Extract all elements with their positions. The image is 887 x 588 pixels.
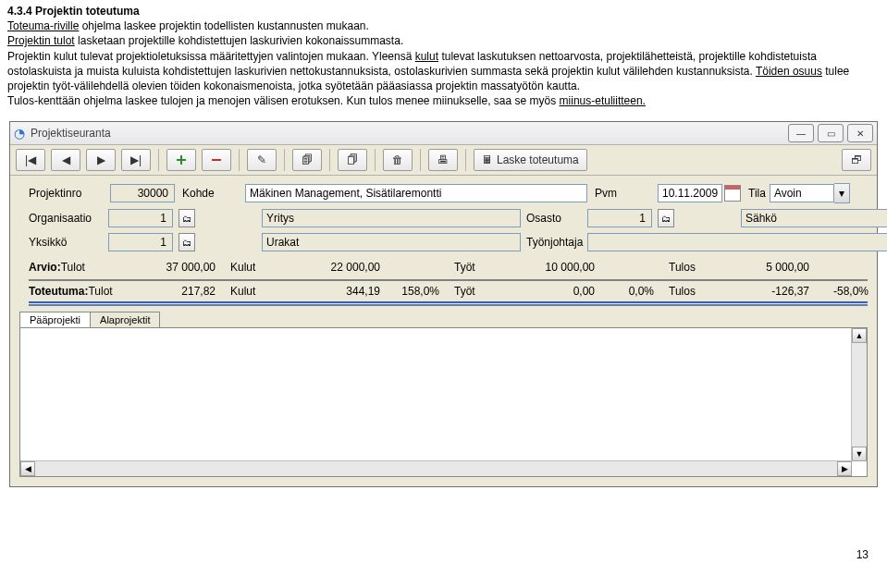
- label-kulut: Kulut: [230, 261, 295, 274]
- edit-button[interactable]: ✎: [247, 149, 277, 171]
- horizontal-scrollbar[interactable]: ◀ ▶: [20, 460, 852, 476]
- document-button[interactable]: 🗐: [292, 149, 322, 171]
- next-record-button[interactable]: ▶: [86, 149, 116, 171]
- titlebar: ◔ Projektiseuranta — ▭ ✕: [10, 122, 877, 145]
- field-yksikko-name: Urakat: [262, 233, 521, 251]
- calendar-icon[interactable]: [724, 185, 741, 202]
- field-kohde[interactable]: Mäkinen Management, Sisätilaremontti: [245, 184, 587, 202]
- lookup-organisaatio-button[interactable]: 🗂: [179, 209, 195, 227]
- arvio-kulut: 22 000,00: [299, 261, 391, 274]
- toteutuma-tyot: 0,00: [513, 285, 606, 298]
- divider-blue: [29, 301, 868, 303]
- field-osasto-id: 1: [587, 209, 652, 227]
- label-organisaatio: Organisaatio: [29, 212, 103, 225]
- arvio-tyot: 10 000,00: [513, 261, 606, 274]
- label-tila: Tila: [748, 187, 766, 200]
- first-record-button[interactable]: |◀: [16, 149, 45, 171]
- calculator-icon: 🖩: [482, 153, 493, 166]
- arvio-tulot: 37 000,00: [134, 261, 227, 274]
- scroll-up-icon[interactable]: ▲: [852, 328, 867, 343]
- label-pvm: Pvm: [595, 187, 650, 200]
- scroll-down-icon[interactable]: ▼: [852, 447, 867, 461]
- row-arvio: Arvio:Tulot 37 000,00 Kulut 22 000,00 Ty…: [29, 257, 868, 277]
- toteutuma-tulos: -126,37: [728, 285, 820, 298]
- tab-panel: ▲ ▼ ◀ ▶: [19, 327, 868, 477]
- document-text: 4.3.4 Projektin toteutuma Toteuma-rivill…: [0, 0, 887, 116]
- close-button[interactable]: ✕: [847, 124, 873, 142]
- form-area: Projektinro 30000 Kohde Mäkinen Manageme…: [10, 176, 877, 310]
- field-tyonjohtaja[interactable]: [587, 233, 887, 251]
- last-record-button[interactable]: ▶|: [121, 149, 151, 171]
- field-tila[interactable]: Avoin ▾: [770, 183, 850, 203]
- label-tyonjohtaja: Työnjohtaja: [526, 236, 582, 249]
- svg-rect-1: [177, 159, 186, 161]
- app-icon: ◔: [14, 126, 25, 141]
- scroll-right-icon[interactable]: ▶: [837, 461, 852, 476]
- toolbar-separator: [239, 149, 240, 171]
- field-yksikko-id: 1: [108, 233, 173, 251]
- text-toteuma: Toteuma-riville: [7, 19, 79, 32]
- label-kohde: Kohde: [182, 187, 238, 200]
- toteutuma-tulot: 217,82: [134, 285, 227, 298]
- maximize-button[interactable]: ▭: [818, 124, 844, 142]
- field-organisaatio-name: Yritys: [262, 209, 521, 227]
- divider-blue: [29, 304, 868, 306]
- label-toteutuma: Toteutuma:: [29, 285, 88, 298]
- app-window: ◔ Projektiseuranta — ▭ ✕ |◀ ◀ ▶ ▶| ✎ 🗐 🗍…: [9, 121, 878, 487]
- toteutuma-kulut: 344,19: [299, 285, 391, 298]
- field-organisaatio-id: 1: [108, 209, 173, 227]
- text-tulot: Projektin tulot: [7, 34, 75, 47]
- text-kulut: kulut: [415, 50, 438, 63]
- field-osasto-name: Sähkö: [741, 209, 887, 227]
- toolbar-separator: [329, 149, 330, 171]
- label-tyot: Työt: [454, 261, 510, 274]
- window-title: Projektiseuranta: [31, 127, 111, 140]
- remove-button[interactable]: [202, 149, 231, 171]
- row-toteutuma: Toteutuma:Tulot 217,82 Kulut 344,19 158,…: [29, 281, 868, 301]
- tabs: Pääprojekti Alaprojektit: [19, 312, 868, 327]
- toteutuma-kulut-pct: 158,0%: [395, 285, 450, 298]
- tab-paaprojekti[interactable]: Pääprojekti: [19, 312, 91, 327]
- copy-button[interactable]: 🗗: [842, 149, 871, 171]
- field-projektinro: 30000: [110, 184, 175, 202]
- section-heading: 4.3.4 Projektin toteutuma: [7, 4, 880, 18]
- delete-button[interactable]: 🗑: [383, 149, 413, 171]
- text-toiden: Töiden osuus: [756, 65, 822, 78]
- toteutuma-tyot-pct: 0,0%: [610, 285, 665, 298]
- field-pvm[interactable]: 10.11.2009: [658, 184, 722, 202]
- vertical-scrollbar[interactable]: ▲ ▼: [851, 328, 867, 461]
- minimize-button[interactable]: —: [788, 124, 814, 142]
- label-yksikko: Yksikkö: [29, 236, 103, 249]
- attach-button[interactable]: 🗍: [338, 149, 367, 171]
- lookup-osasto-button[interactable]: 🗂: [658, 209, 674, 227]
- tab-alaprojektit[interactable]: Alaprojektit: [90, 312, 160, 327]
- toolbar-separator: [465, 149, 466, 171]
- toteutuma-tulos-pct: -58,0%: [824, 285, 880, 298]
- toolbar-separator: [284, 149, 285, 171]
- print-button[interactable]: 🖶: [428, 149, 458, 171]
- toolbar: |◀ ◀ ▶ ▶| ✎ 🗐 🗍 🗑 🖶 🖩 Laske toteutuma 🗗: [10, 145, 877, 176]
- arvio-tulos: 5 000,00: [728, 261, 820, 274]
- page-number: 13: [0, 493, 887, 565]
- label-osasto: Osasto: [526, 212, 582, 225]
- chevron-down-icon[interactable]: ▾: [834, 183, 850, 203]
- scroll-left-icon[interactable]: ◀: [20, 461, 35, 476]
- toolbar-separator: [158, 149, 159, 171]
- lookup-yksikko-button[interactable]: 🗂: [179, 233, 195, 251]
- text-miinus: miinus-etuliitteen.: [560, 94, 646, 107]
- prev-record-button[interactable]: ◀: [51, 149, 80, 171]
- toolbar-separator: [375, 149, 376, 171]
- calculate-button[interactable]: 🖩 Laske toteutuma: [474, 149, 587, 171]
- label-projektinro: Projektinro: [29, 187, 103, 200]
- label-arvio: Arvio:: [29, 261, 61, 274]
- svg-rect-2: [212, 159, 221, 161]
- label-tulos: Tulos: [669, 261, 724, 274]
- toolbar-separator: [420, 149, 421, 171]
- add-button[interactable]: [166, 149, 196, 171]
